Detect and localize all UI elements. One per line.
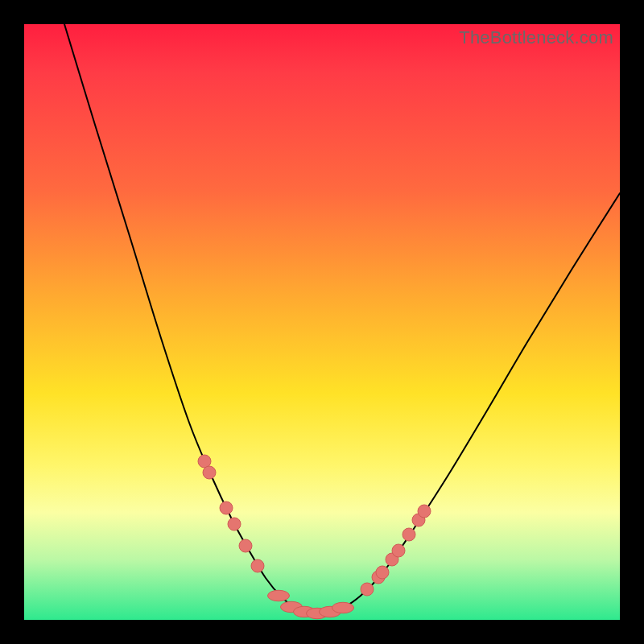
bottleneck-curve: [64, 24, 620, 613]
data-point: [402, 528, 415, 541]
data-point: [332, 602, 354, 613]
data-point: [392, 544, 405, 557]
data-point: [220, 502, 233, 514]
plot-area: TheBottleneck.com: [24, 24, 620, 620]
data-point: [418, 505, 431, 518]
data-point: [251, 559, 264, 572]
data-point: [376, 566, 389, 579]
sample-dots-left: [198, 455, 264, 572]
chart-frame: TheBottleneck.com: [0, 0, 644, 644]
data-point: [203, 466, 216, 479]
data-point: [268, 590, 290, 601]
chart-svg: [24, 24, 620, 620]
sample-dots-trough: [268, 590, 354, 619]
data-point: [361, 583, 374, 596]
data-point: [239, 539, 252, 552]
data-point: [228, 518, 241, 530]
sample-dots-right: [361, 505, 431, 596]
